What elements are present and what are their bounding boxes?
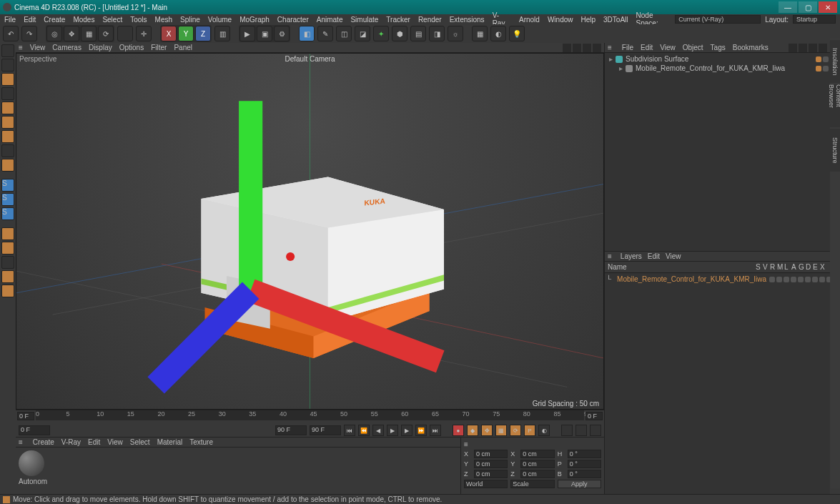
apply-button[interactable]: Apply xyxy=(558,480,601,488)
layer-flag[interactable] xyxy=(819,277,825,282)
layer-flag[interactable] xyxy=(805,277,811,282)
vp-nav3-icon[interactable] xyxy=(583,44,591,52)
pos-field[interactable]: 0 cm xyxy=(474,460,508,468)
layer-menu-view[interactable]: View xyxy=(666,252,681,260)
last-tool-button[interactable] xyxy=(117,26,133,41)
sky-button[interactable]: ◐ xyxy=(490,26,506,41)
goto-end-button[interactable]: ⏭ xyxy=(430,425,441,436)
mat-menu-material[interactable]: Material xyxy=(157,438,183,446)
layer-menu-layers[interactable]: Layers xyxy=(621,252,642,260)
layer-flag[interactable] xyxy=(791,277,796,282)
undo-button[interactable]: ↶ xyxy=(3,26,19,41)
visibility-dot[interactable] xyxy=(816,56,821,62)
move-button[interactable]: ✥ xyxy=(64,26,79,41)
menu-extensions[interactable]: Extensions xyxy=(450,16,485,24)
viewport-solo2-button[interactable]: S xyxy=(1,193,14,206)
tl-opt2-button[interactable] xyxy=(575,425,587,436)
mat-menu-texture[interactable]: Texture xyxy=(189,438,213,446)
dock-tab-insolation[interactable]: Insolation xyxy=(830,40,840,83)
tree-row[interactable]: ▸Subdivision Surface xyxy=(606,54,829,64)
obj-search-icon[interactable] xyxy=(789,44,797,52)
rot-field[interactable]: 0 ° xyxy=(568,460,601,468)
frame-start-field[interactable]: 0 F xyxy=(17,412,34,420)
spline-pen-button[interactable]: ✎ xyxy=(317,26,333,41)
world-dropdown[interactable]: World xyxy=(464,480,508,488)
obj-flat-icon[interactable] xyxy=(819,44,827,52)
vp-menu-view[interactable]: View xyxy=(30,44,46,51)
generator-button[interactable]: ◫ xyxy=(336,26,352,41)
live-select-button[interactable]: ◎ xyxy=(46,26,62,41)
vp-menu-display[interactable]: Display xyxy=(89,44,112,51)
key-pla-button[interactable]: ◐ xyxy=(538,425,550,436)
play-button[interactable]: ▶ xyxy=(387,425,398,436)
size-field[interactable]: 0 cm xyxy=(520,470,554,478)
scale-dropdown[interactable]: Scale xyxy=(510,480,554,488)
record-button[interactable]: ● xyxy=(453,425,464,436)
menu-tracker[interactable]: Tracker xyxy=(386,16,410,24)
tl-opt1-button[interactable] xyxy=(561,425,573,436)
rotate-button[interactable]: ⟳ xyxy=(98,26,114,41)
rot-field[interactable]: 0 ° xyxy=(568,450,601,458)
layer-row[interactable]: └Mobile_Remote_Control_for_KUKA_KMR_Iiwa xyxy=(606,275,829,284)
goto-prev-key-button[interactable]: ⏪ xyxy=(358,425,370,436)
render-dot[interactable] xyxy=(823,66,829,71)
object-tree[interactable]: ▸Subdivision Surface▸Mobile_Remote_Contr… xyxy=(605,53,830,251)
axis-y-toggle[interactable]: Y xyxy=(178,26,194,41)
tree-row[interactable]: ▸Mobile_Remote_Control_for_KUKA_KMR_Iiwa xyxy=(606,64,829,73)
vp-nav1-icon[interactable] xyxy=(563,44,571,52)
layer-flag[interactable] xyxy=(798,277,804,282)
tl-opt3-button[interactable] xyxy=(590,425,601,436)
hamburger-icon[interactable]: ≡ xyxy=(464,440,601,448)
frame-end-field[interactable]: 0 F xyxy=(585,412,603,420)
range-end-field[interactable]: 90 F xyxy=(275,425,307,435)
mograph-button[interactable]: ⬢ xyxy=(392,26,407,41)
cube-primitive-button[interactable]: ◧ xyxy=(299,26,315,41)
axis-mode-button[interactable] xyxy=(1,159,14,172)
poly-mode-button[interactable] xyxy=(1,130,14,143)
range-start-field[interactable]: 0 F xyxy=(19,425,50,435)
coord-system-button[interactable]: ▥ xyxy=(214,26,230,41)
menu-simulate[interactable]: Simulate xyxy=(350,16,378,24)
dock-tab-content-browser[interactable]: Content Browser xyxy=(830,84,840,127)
edge-mode-button[interactable] xyxy=(1,116,14,129)
hamburger-icon[interactable]: ≡ xyxy=(19,44,23,51)
node-space-dropdown[interactable]: Current (V-Ray) xyxy=(675,15,761,24)
menu-mograph[interactable]: MoGraph xyxy=(239,16,270,24)
vp-menu-filter[interactable]: Filter xyxy=(151,44,167,51)
goto-next-key-button[interactable]: ⏩ xyxy=(415,425,427,436)
size-field[interactable]: 0 cm xyxy=(520,460,554,468)
object-mode-button[interactable] xyxy=(1,73,14,86)
mat-menu-create[interactable]: Create xyxy=(33,438,54,446)
layer-flag[interactable] xyxy=(776,277,782,282)
render-pv-button[interactable]: ▣ xyxy=(257,26,272,41)
layer-flag[interactable] xyxy=(812,277,818,282)
key-pos-button[interactable]: ✥ xyxy=(481,425,493,436)
menu-edit[interactable]: Edit xyxy=(24,16,36,24)
visibility-dot[interactable] xyxy=(816,66,821,71)
size-field[interactable]: 0 cm xyxy=(520,450,554,458)
menu-character[interactable]: Character xyxy=(277,16,309,24)
viewport-solo3-button[interactable]: S xyxy=(1,207,14,220)
field-button[interactable]: ✦ xyxy=(373,26,389,41)
viewport-solo-button[interactable]: S xyxy=(1,179,14,192)
menu-tools[interactable]: Tools xyxy=(130,16,147,24)
menu-animate[interactable]: Animate xyxy=(317,16,343,24)
layer-flag[interactable] xyxy=(769,277,775,282)
obj-filter-icon[interactable] xyxy=(809,44,817,52)
obj-menu-edit[interactable]: Edit xyxy=(641,44,653,51)
menu-render[interactable]: Render xyxy=(418,16,442,24)
mat-menu-edit[interactable]: Edit xyxy=(88,438,100,446)
menu-modes[interactable]: Modes xyxy=(73,16,94,24)
autokey-button[interactable]: ◆ xyxy=(467,425,478,436)
place-button[interactable]: ✛ xyxy=(136,26,152,41)
obj-menu-view[interactable]: View xyxy=(660,44,676,51)
pos-field[interactable]: 0 cm xyxy=(474,470,508,478)
key-param-button[interactable]: P xyxy=(524,425,535,436)
prev-frame-button[interactable]: ◀ xyxy=(372,425,384,436)
menu-help[interactable]: Help xyxy=(580,16,596,24)
axis-x-toggle[interactable]: X xyxy=(161,26,177,41)
layer-flag[interactable] xyxy=(784,277,789,282)
hamburger-icon[interactable]: ≡ xyxy=(608,44,612,51)
viewport[interactable]: Perspective Default Camera Grid Spacing … xyxy=(16,53,604,410)
current-frame-field[interactable]: 90 F xyxy=(310,425,341,435)
